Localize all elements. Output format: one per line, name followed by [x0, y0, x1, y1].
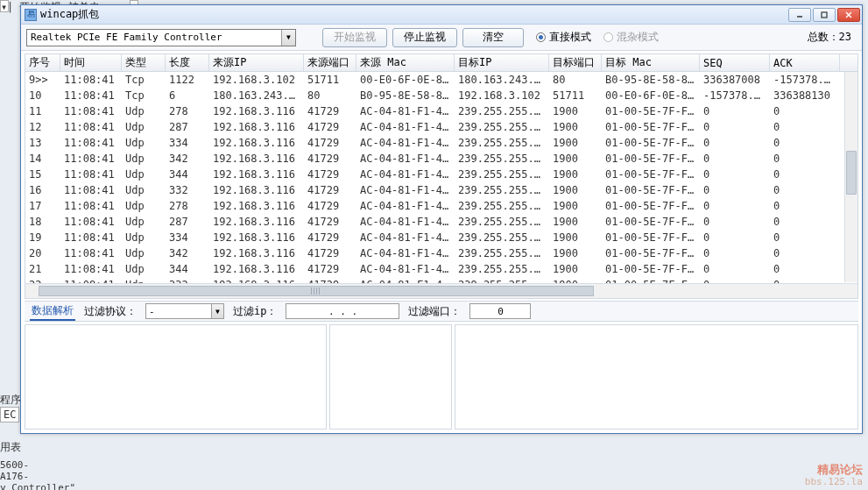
- cell: AC-04-81-F1-4...: [356, 231, 455, 244]
- column-header[interactable]: 来源IP: [209, 54, 304, 71]
- column-header[interactable]: 长度: [166, 54, 209, 71]
- cell: 180.163.243.108: [209, 89, 304, 102]
- table-body[interactable]: 9>>11:08:41Tcp1122192.168.3.1025171100-E…: [25, 72, 857, 283]
- cell: 11:08:41: [60, 121, 122, 133]
- table-row[interactable]: 1211:08:41Udp287192.168.3.11641729AC-04-…: [25, 119, 857, 135]
- table-header: 序号时间类型长度来源IP来源端口来源 Mac目标IP目标端口目标 MacSEQA…: [25, 54, 857, 72]
- maximize-button[interactable]: [813, 8, 836, 22]
- cell: 01-00-5E-7F-F...: [602, 263, 700, 275]
- column-header[interactable]: 类型: [122, 54, 166, 71]
- cell: 11:08:41: [60, 137, 122, 149]
- table-row[interactable]: 1711:08:41Udp278192.168.3.11641729AC-04-…: [25, 198, 857, 214]
- table-row[interactable]: 1111:08:41Udp278192.168.3.11641729AC-04-…: [25, 103, 857, 119]
- minimize-button[interactable]: [788, 8, 811, 22]
- cell: 01-00-5E-7F-F...: [602, 105, 700, 117]
- cell: 239.255.255.250: [455, 137, 549, 149]
- cell: 41729: [304, 216, 356, 228]
- column-header[interactable]: 目标端口: [549, 54, 602, 71]
- chevron-down-icon: ▼: [281, 30, 295, 46]
- cell: 0: [770, 137, 840, 149]
- table-row[interactable]: 1411:08:41Udp342192.168.3.11641729AC-04-…: [25, 151, 857, 167]
- column-header[interactable]: 目标 Mac: [602, 54, 700, 71]
- chevron-down-icon: ▼: [211, 304, 223, 318]
- radio-on-icon: [536, 32, 546, 42]
- vertical-scrollbar[interactable]: [844, 72, 857, 282]
- cell: 01-00-5E-7F-F...: [602, 231, 700, 244]
- cell: 192.168.3.116: [209, 216, 304, 228]
- cell: 41729: [304, 263, 356, 275]
- cell: AC-04-81-F1-4...: [356, 121, 455, 133]
- column-header[interactable]: SEQ: [700, 54, 770, 71]
- cell: Udp: [122, 137, 166, 149]
- clear-button[interactable]: 清空: [462, 28, 524, 47]
- cell: 11:08:41: [60, 105, 122, 117]
- cell: B0-95-8E-58-8...: [602, 74, 700, 86]
- cell: Udp: [122, 263, 166, 275]
- table-row[interactable]: 1811:08:41Udp287192.168.3.11641729AC-04-…: [25, 214, 857, 230]
- cell: AC-04-81-F1-4...: [356, 153, 455, 165]
- titlebar[interactable]: 易 wincap抓包: [21, 5, 862, 25]
- cell: 41729: [304, 121, 356, 133]
- filter-ip-input[interactable]: . . .: [286, 303, 399, 319]
- cell: 0: [700, 263, 770, 275]
- table-row[interactable]: 1311:08:41Udp334192.168.3.11641729AC-04-…: [25, 135, 857, 151]
- cell: Udp: [122, 168, 166, 181]
- column-header[interactable]: 时间: [60, 54, 122, 71]
- table-row[interactable]: 1611:08:41Udp332192.168.3.11641729AC-04-…: [25, 182, 857, 198]
- table-row[interactable]: 2011:08:41Udp342192.168.3.11641729AC-04-…: [25, 245, 857, 261]
- detail-panel-mid[interactable]: [329, 324, 452, 430]
- window-title: wincap抓包: [40, 7, 785, 22]
- filter-ip-label: 过滤ip：: [233, 304, 277, 319]
- cell: 1900: [549, 216, 602, 228]
- column-header[interactable]: 来源端口: [304, 54, 356, 71]
- cell: 11:08:41: [60, 168, 122, 181]
- column-header[interactable]: ACK: [770, 54, 840, 71]
- cell: 0: [770, 105, 840, 117]
- bg-text: EC: [0, 407, 19, 423]
- table-row[interactable]: 1911:08:41Udp334192.168.3.11641729AC-04-…: [25, 230, 857, 245]
- cell: 0: [770, 247, 840, 259]
- cell: 01-00-5E-7F-F...: [602, 184, 700, 196]
- cell: 11:08:41: [60, 247, 122, 259]
- cell: 1900: [549, 137, 602, 149]
- cell: 0: [700, 105, 770, 117]
- cell: 0: [770, 184, 840, 196]
- horizontal-scrollbar[interactable]: [25, 283, 857, 298]
- table-row[interactable]: 1511:08:41Udp344192.168.3.11641729AC-04-…: [25, 167, 857, 182]
- filter-port-input[interactable]: 0: [469, 303, 531, 319]
- mode-direct-radio[interactable]: 直接模式: [536, 30, 591, 45]
- cell: 278: [166, 105, 209, 117]
- nic-select[interactable]: Realtek PCIe FE Family Controller ▼: [26, 29, 296, 46]
- cell: 192.168.3.116: [209, 184, 304, 196]
- cell: 334: [166, 231, 209, 244]
- table-row[interactable]: 2111:08:41Udp344192.168.3.11641729AC-04-…: [25, 261, 857, 277]
- cell: 14: [25, 153, 60, 165]
- cell: 239.255.255.250: [455, 121, 549, 133]
- cell: 0: [770, 231, 840, 244]
- stop-button[interactable]: 停止监视: [392, 28, 457, 47]
- bg-text: 用表: [0, 440, 21, 455]
- mode-promisc-radio[interactable]: 混杂模式: [603, 30, 659, 45]
- tab-parse[interactable]: 数据解析: [30, 302, 75, 321]
- table-row[interactable]: 1011:08:41Tcp6180.163.243.10880B0-95-8E-…: [25, 88, 857, 103]
- cell: 41729: [304, 184, 356, 196]
- column-header[interactable]: 序号: [25, 54, 60, 71]
- start-button[interactable]: 开始监视: [322, 28, 387, 47]
- scrollbar-thumb[interactable]: [846, 151, 857, 195]
- cell: AC-04-81-F1-4...: [356, 200, 455, 212]
- cell: 192.168.3.116: [209, 231, 304, 244]
- cell: 1900: [549, 168, 602, 181]
- cell: 239.255.255.250: [455, 200, 549, 212]
- column-header[interactable]: 目标IP: [455, 54, 549, 71]
- cell: AC-04-81-F1-4...: [356, 263, 455, 275]
- detail-panel-right[interactable]: [455, 324, 858, 430]
- close-button[interactable]: [837, 8, 860, 22]
- filter-proto-select[interactable]: - ▼: [145, 303, 224, 319]
- cell: 80: [304, 89, 356, 102]
- detail-panel-left[interactable]: [25, 324, 327, 430]
- table-row[interactable]: 9>>11:08:41Tcp1122192.168.3.1025171100-E…: [25, 72, 857, 88]
- bg-text: y Controller": [0, 482, 75, 490]
- scrollbar-thumb[interactable]: [39, 286, 594, 296]
- table-row[interactable]: 2211:08:41Udp332192.168.3.11641729AC-04-…: [25, 277, 857, 283]
- column-header[interactable]: 来源 Mac: [356, 54, 455, 71]
